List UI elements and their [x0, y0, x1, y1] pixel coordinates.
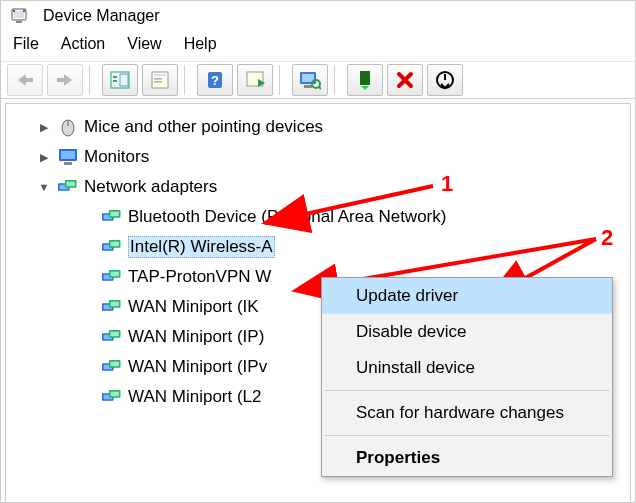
svg-rect-33: [66, 182, 74, 187]
tree-item-network-adapters[interactable]: ▼ Network adapters: [18, 172, 626, 202]
svg-rect-6: [57, 78, 65, 82]
context-menu-scan-hardware[interactable]: Scan for hardware changes: [322, 395, 612, 431]
tree-label: TAP-ProtonVPN W: [128, 267, 271, 287]
toolbar-separator: [89, 65, 96, 95]
tree-label: Mice and other pointing devices: [84, 117, 323, 137]
context-menu: Update driver Disable device Uninstall d…: [321, 277, 613, 477]
menu-view[interactable]: View: [127, 35, 161, 53]
svg-rect-37: [110, 212, 118, 217]
network-adapter-icon: [102, 358, 122, 376]
show-hide-tree-button[interactable]: [102, 64, 138, 96]
network-adapter-icon: [58, 178, 78, 196]
svg-rect-9: [113, 80, 117, 82]
svg-rect-2: [16, 21, 22, 23]
menu-action[interactable]: Action: [61, 35, 105, 53]
menu-bar: File Action View Help: [1, 29, 635, 61]
window-title: Device Manager: [43, 7, 160, 25]
chevron-right-icon[interactable]: ▶: [36, 119, 52, 135]
help-button[interactable]: ?: [197, 64, 233, 96]
tree-item-monitors[interactable]: ▶ Monitors: [18, 142, 626, 172]
svg-rect-14: [154, 81, 162, 83]
svg-rect-10: [120, 74, 128, 86]
action-button[interactable]: [237, 64, 273, 96]
tree-label: Monitors: [84, 147, 149, 167]
tree-label: WAN Miniport (L2: [128, 387, 262, 407]
svg-rect-28: [61, 151, 75, 159]
svg-line-22: [319, 87, 321, 89]
svg-rect-57: [110, 362, 118, 367]
tree-item-mice[interactable]: ▶ Mice and other pointing devices: [18, 112, 626, 142]
svg-rect-23: [360, 71, 370, 85]
menu-file[interactable]: File: [13, 35, 39, 53]
svg-rect-12: [154, 74, 166, 76]
svg-rect-13: [154, 78, 162, 80]
network-adapter-icon: [102, 208, 122, 226]
svg-rect-5: [25, 78, 33, 82]
context-menu-separator: [324, 435, 610, 436]
tree-label: WAN Miniport (IP): [128, 327, 264, 347]
network-adapter-icon: [102, 328, 122, 346]
context-menu-separator: [324, 390, 610, 391]
context-menu-properties[interactable]: Properties: [322, 440, 612, 476]
toolbar-separator: [279, 65, 286, 95]
network-adapter-icon: [102, 268, 122, 286]
svg-text:?: ?: [211, 73, 219, 88]
svg-rect-20: [304, 85, 312, 88]
svg-rect-49: [110, 302, 118, 307]
svg-rect-1: [14, 11, 24, 18]
svg-rect-45: [110, 272, 118, 277]
update-driver-button[interactable]: [427, 64, 463, 96]
network-adapter-icon: [102, 238, 122, 256]
tree-label: Bluetooth Device (Personal Area Network): [128, 207, 446, 227]
context-menu-disable-device[interactable]: Disable device: [322, 314, 612, 350]
app-icon: [9, 7, 29, 25]
tree-label: WAN Miniport (IPv: [128, 357, 267, 377]
uninstall-device-button[interactable]: [387, 64, 423, 96]
svg-rect-8: [113, 76, 117, 78]
tree-label: WAN Miniport (IK: [128, 297, 259, 317]
tree-label: Intel(R) Wireless-A: [128, 236, 275, 258]
chevron-right-icon[interactable]: ▶: [36, 149, 52, 165]
svg-point-3: [13, 10, 15, 12]
toolbar: ?: [1, 61, 635, 99]
tree-item-intel-wireless[interactable]: Intel(R) Wireless-A: [18, 232, 626, 262]
svg-rect-53: [110, 332, 118, 337]
chevron-down-icon[interactable]: ▼: [36, 179, 52, 195]
context-menu-uninstall-device[interactable]: Uninstall device: [322, 350, 612, 386]
title-bar: Device Manager: [1, 1, 635, 29]
toolbar-separator: [184, 65, 191, 95]
svg-rect-41: [110, 242, 118, 247]
forward-button[interactable]: [47, 64, 83, 96]
scan-hardware-button[interactable]: [292, 64, 328, 96]
enable-device-button[interactable]: [347, 64, 383, 96]
svg-point-4: [23, 10, 25, 12]
tree-label: Network adapters: [84, 177, 217, 197]
context-menu-update-driver[interactable]: Update driver: [322, 278, 612, 314]
properties-button[interactable]: [142, 64, 178, 96]
tree-item-bluetooth[interactable]: Bluetooth Device (Personal Area Network): [18, 202, 626, 232]
mouse-icon: [58, 118, 78, 136]
toolbar-separator: [334, 65, 341, 95]
device-manager-window: Device Manager File Action View Help ?: [0, 0, 636, 503]
back-button[interactable]: [7, 64, 43, 96]
monitor-icon: [58, 148, 78, 166]
network-adapter-icon: [102, 388, 122, 406]
svg-rect-29: [64, 162, 72, 165]
menu-help[interactable]: Help: [184, 35, 217, 53]
network-adapter-icon: [102, 298, 122, 316]
svg-rect-61: [110, 392, 118, 397]
